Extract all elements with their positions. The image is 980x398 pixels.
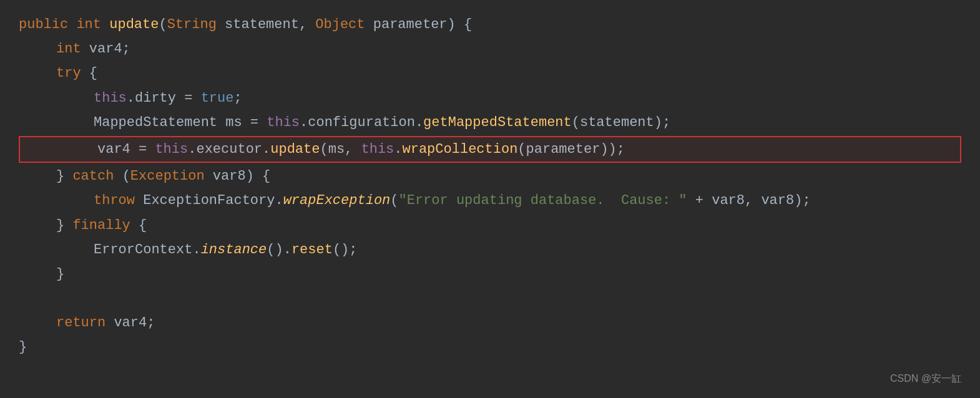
semicolon-1: ;	[233, 87, 242, 109]
method-instance: instance	[201, 239, 267, 261]
method-wrapexception: wrapException	[283, 190, 391, 211]
paren-update: (ms,	[320, 138, 361, 160]
method-wrapcoll: wrapCollection	[403, 138, 518, 160]
code-line-6-highlighted: var4 = this.executor.update(ms, this.wra…	[19, 136, 961, 163]
brace-close-method: }	[19, 336, 27, 358]
type-object: Object	[315, 14, 373, 36]
var4-assign: var4 =	[97, 138, 155, 160]
keyword-throw: throw	[94, 190, 143, 211]
dot-executor: .executor.	[188, 138, 270, 160]
this-keyword-1: this	[94, 87, 127, 109]
code-viewer: public int update(String statement, Obje…	[0, 0, 980, 398]
paren-catch: (	[122, 165, 130, 187]
keyword-catch: catch	[72, 165, 122, 187]
type-string: String	[167, 14, 225, 36]
var4-return: var4;	[114, 312, 155, 334]
method-reset: reset	[292, 239, 333, 261]
paren-open: (	[159, 14, 167, 36]
keyword-return: return	[56, 312, 114, 334]
brace-try: {	[89, 62, 97, 84]
var8-param: var8) {	[213, 165, 270, 187]
keyword-finally: finally	[72, 215, 139, 236]
keyword-public: public	[19, 14, 76, 36]
code-line-10: ErrorContext.instance().reset();	[19, 238, 961, 262]
exception-factory: ExceptionFactory.	[143, 190, 283, 211]
keyword-try: try	[56, 62, 89, 84]
this-keyword-4: this	[361, 138, 394, 160]
error-context: ErrorContext.	[94, 239, 201, 261]
brace-close-catch: }	[56, 215, 72, 236]
param-parameter: parameter) {	[373, 14, 472, 36]
paren-wrap: (parameter));	[517, 138, 625, 160]
param-statement: statement,	[225, 14, 315, 36]
code-line-14: }	[19, 335, 961, 359]
code-line-7: } catch (Exception var8) {	[19, 164, 961, 188]
this-keyword-2: this	[267, 112, 300, 133]
code-line-3: try {	[19, 61, 961, 85]
paren-reset: ();	[333, 239, 358, 261]
method-update-call: update	[270, 138, 320, 160]
code-line-12	[19, 286, 961, 311]
bool-true: true	[201, 87, 234, 109]
type-exception: Exception	[130, 165, 213, 187]
dot-dirty: .dirty =	[127, 87, 201, 109]
paren-wrapex: (	[390, 190, 398, 211]
code-line-9: } finally {	[19, 213, 961, 238]
code-line-13: return var4;	[19, 311, 961, 335]
string-error: "Error updating database. Cause: "	[399, 190, 687, 211]
brace-close-try: }	[56, 165, 72, 187]
concat-op: + var8, var8);	[687, 190, 811, 211]
code-line-8: throw ExceptionFactory.wrapException("Er…	[19, 188, 961, 213]
code-line-4: this.dirty = true;	[19, 86, 961, 110]
watermark-text: CSDN @安一缸	[890, 373, 961, 384]
method-getmapped: getMappedStatement	[423, 112, 572, 133]
code-line-1: public int update(String statement, Obje…	[19, 12, 961, 37]
code-line-2: int var4;	[19, 37, 961, 61]
brace-close-finally: }	[56, 263, 64, 285]
paren-instance: ().	[267, 239, 292, 261]
dot-config: .configuration.	[300, 112, 423, 133]
code-line-5: MappedStatement ms = this.configuration.…	[19, 110, 961, 135]
brace-finally: {	[139, 215, 147, 236]
paren-getmapped: (statement);	[572, 112, 670, 133]
dot-wrap: .	[394, 138, 402, 160]
keyword-int: int	[76, 14, 109, 36]
mapped-statement-type: MappedStatement ms =	[94, 112, 267, 133]
this-keyword-3: this	[155, 138, 188, 160]
code-line-11: }	[19, 262, 961, 286]
keyword-int-var: int	[56, 38, 89, 60]
method-update: update	[109, 14, 159, 36]
var4-decl: var4;	[89, 38, 130, 60]
watermark: CSDN @安一缸	[890, 371, 961, 387]
